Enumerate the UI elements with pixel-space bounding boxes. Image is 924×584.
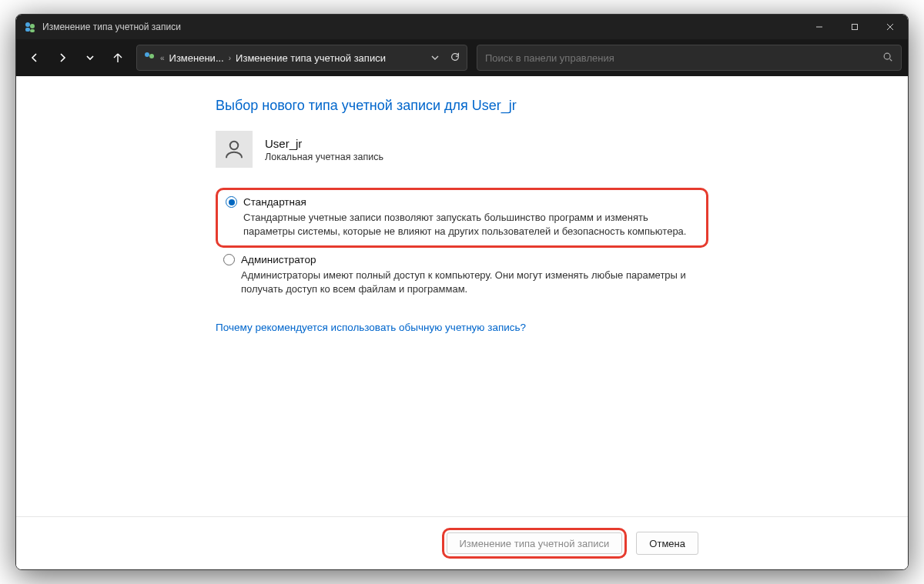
svg-point-0 <box>25 22 30 27</box>
search-input[interactable] <box>485 52 882 64</box>
option-label: Стандартная <box>243 196 306 208</box>
option-standard[interactable]: Стандартная Стандартные учетные записи п… <box>216 188 708 248</box>
window-controls <box>802 15 908 39</box>
refresh-button[interactable] <box>450 52 460 65</box>
username: User_jr <box>265 137 383 150</box>
svg-point-1 <box>30 24 35 28</box>
svg-point-9 <box>149 54 154 58</box>
maximize-button[interactable] <box>837 15 872 39</box>
cancel-button[interactable]: Отмена <box>636 532 698 555</box>
control-panel-window: Изменение типа учетной записи « Изменени… <box>15 14 909 570</box>
svg-point-8 <box>145 52 149 57</box>
change-account-type-highlight: Изменение типа учетной записи <box>442 528 628 559</box>
footer: Изменение типа учетной записи Отмена <box>16 516 908 569</box>
svg-rect-5 <box>852 25 858 30</box>
user-info: User_jr Локальная учетная запись <box>216 131 708 168</box>
option-administrator[interactable]: Администратор Администраторы имеют полны… <box>216 248 708 303</box>
content-area: Выбор нового типа учетной записи для Use… <box>16 76 908 516</box>
minimize-button[interactable] <box>802 15 837 39</box>
titlebar: Изменение типа учетной записи <box>16 15 908 39</box>
address-bar[interactable]: « Изменени... › Изменение типа учетной з… <box>136 45 467 71</box>
option-description: Стандартные учетные записи позволяют зап… <box>243 211 698 238</box>
svg-rect-3 <box>30 29 35 32</box>
svg-point-10 <box>884 53 890 59</box>
user-accounts-icon <box>24 21 36 33</box>
option-label: Администратор <box>241 254 316 265</box>
page-heading: Выбор нового типа учетной записи для Use… <box>216 98 708 114</box>
navbar: « Изменени... › Изменение типа учетной з… <box>16 39 908 76</box>
account-type-options: Стандартная Стандартные учетные записи п… <box>216 188 708 303</box>
radio-administrator[interactable] <box>223 254 235 265</box>
search-bar[interactable] <box>477 45 902 71</box>
account-kind: Локальная учетная запись <box>265 152 383 162</box>
up-button[interactable] <box>105 45 130 70</box>
change-account-type-button[interactable]: Изменение типа учетной записи <box>447 532 623 554</box>
breadcrumb-segment[interactable]: Изменени... <box>169 52 224 64</box>
radio-standard[interactable] <box>226 196 237 208</box>
help-link[interactable]: Почему рекомендуется использовать обычну… <box>216 322 526 333</box>
forward-button[interactable] <box>50 45 75 70</box>
recent-locations-button[interactable] <box>78 45 102 70</box>
option-description: Администраторы имеют полный доступ к ком… <box>241 269 701 295</box>
search-icon <box>882 52 893 65</box>
chevron-down-icon[interactable] <box>431 52 439 64</box>
user-accounts-icon <box>143 51 156 65</box>
svg-rect-2 <box>25 28 30 32</box>
close-button[interactable] <box>872 15 908 39</box>
window-title: Изменение типа учетной записи <box>42 22 802 32</box>
avatar <box>216 131 253 168</box>
back-button[interactable] <box>22 45 47 70</box>
chevron-right-icon: › <box>229 54 231 62</box>
chevron-left-icon: « <box>160 54 165 62</box>
svg-point-12 <box>230 142 239 150</box>
svg-line-11 <box>890 58 892 61</box>
breadcrumb-segment[interactable]: Изменение типа учетной записи <box>236 52 386 64</box>
